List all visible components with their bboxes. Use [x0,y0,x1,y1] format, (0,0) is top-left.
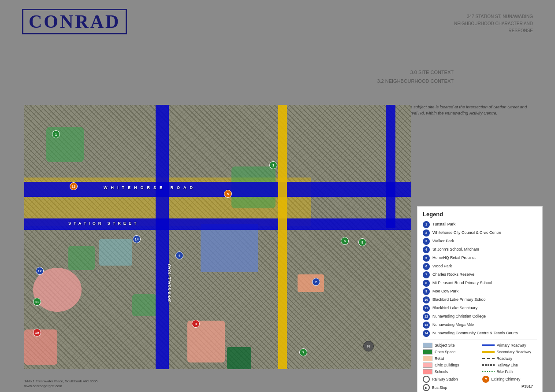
legend-item-7: 7 Charles Rooks Reserve [423,271,537,278]
swatch-secondary-road: Secondary Roadway [482,349,537,355]
marker-14: 14 [133,235,141,243]
legend-num-icon: 3 [423,238,430,245]
legend-num-icon: 9 [423,288,430,295]
marker-3: 3 [269,161,277,169]
section-label-2: 3.2 NEIGHBOURHOOD CONTEXT [377,77,454,86]
marker-11: 11 [33,298,41,306]
legend-item-label: Nunawading Community Centre & Tennis Cou… [432,331,518,336]
civic-swatch [423,362,432,368]
swatch-open-space: Open Space [423,349,478,355]
marker-2: 2 [312,278,320,286]
footer: 1/No.1 Freshwater Place, Southbank VIC 3… [24,379,533,388]
footer-website: www.conradgargett.com [24,384,97,388]
swatch-railway: Railway Line [482,362,537,368]
marker-4: 4 [175,251,183,259]
railway-swatch [482,364,495,366]
open-space-swatch [423,349,432,355]
swatch-subject-site: Subject Site [423,343,478,348]
swatch-retail: Retail [423,356,478,361]
section-labels: 3.0 SITE CONTEXT 3.2 NEIGHBOURHOOD CONTE… [377,68,454,86]
green-zone-3 [132,294,156,316]
legend-panel: Legend 1 Tunstall Park 2 Whitehorse City… [417,206,543,392]
description-text: The subject site is located at the inter… [405,104,533,117]
legend-numbered-items: 1 Tunstall Park 2 Whitehorse City Counci… [423,221,537,337]
legend-num-icon: 5 [423,255,430,262]
retail-swatch [423,356,432,361]
map-container: WHITEHORSE ROAD STATION STREET SPRINGSAL… [24,105,411,369]
swatch-bike-path: Bike Path [482,369,537,374]
primary-road-swatch [482,344,495,347]
legend-item-label: Tunstall Park [432,222,455,227]
footer-address: 1/No.1 Freshwater Place, Southbank VIC 3… [24,379,97,384]
legend-item-8: 8 Mt Pleasant Road Primary School [423,280,537,287]
legend-item-label: Walker Park [432,239,454,244]
legend-num-icon: 12 [423,313,430,320]
legend-item-label: Charles Rooks Reserve [432,272,474,277]
marker-6: 6 [341,237,349,245]
retail-zone [99,239,132,266]
legend-num-icon: 8 [423,280,430,287]
legend-num-icon: 4 [423,246,430,253]
swatch-civic: Civic Buildings [423,362,478,368]
bike-path-swatch [482,371,495,372]
swatch-schools: Schools [423,369,478,374]
legend-divider [423,340,537,340]
marker-1: 1 [52,130,60,138]
legend-title: Legend [423,211,537,218]
marker-5: 5 [224,190,232,198]
title-line1: 347 STATION ST, NUNAWADING [454,13,533,20]
vertical-road-2 [386,105,395,228]
marker-10: 10 [33,329,41,337]
marker-9: 9 [358,238,366,246]
yellow-vertical-road [278,105,287,369]
legend-item-3: 3 Walker Park [423,238,537,245]
title-line2: NEIGHBOURHOOD CHARACTER AND [454,20,533,27]
legend-item-9: 9 Moo Cow Park [423,288,537,295]
legend-num-icon: 14 [423,330,430,337]
marker-7: 7 [299,348,307,356]
green-zone-2 [68,246,95,270]
whitehorse-road [24,182,411,197]
swatch-roadway: Roadway [482,356,537,361]
legend-item-label: Nunawading Christian College [432,314,486,319]
legend-item-2: 2 Whitehorse City Council & Civic Centre [423,229,537,237]
green-zone-tunstall [46,127,84,162]
whitehorse-road-label: WHITEHORSE ROAD [104,185,196,190]
subject-site-swatch [423,343,432,348]
section-label-1: 3.0 SITE CONTEXT [377,68,454,77]
title-block: 347 STATION ST, NUNAWADING NEIGHBOURHOOD… [454,13,533,34]
legend-num-icon: 7 [423,271,430,278]
schools-swatch [423,369,432,374]
legend-item-1: 1 Tunstall Park [423,221,537,228]
legend-item-12: 12 Nunawading Christian College [423,313,537,320]
legend-item-14: 14 Nunawading Community Centre & Tennis … [423,330,537,337]
springsale-road-label: SPRINGSALE ROAD [167,264,171,303]
title-line3: RESPONSE [454,27,533,34]
legend-item-label: Blackbird Lake Primary School [432,297,487,303]
legend-item-label: Blackbird Lake Sanctuary [432,306,477,311]
marker-12: 12 [36,267,44,275]
legend-item-label: Nunawading Mega Mile [432,322,474,328]
legend-item-4: 4 St John's School, Mitcham [423,246,537,253]
legend-item-label: Wood Park [432,264,452,269]
project-number: P3517 [521,384,533,388]
green-zone-dark [227,347,251,369]
secondary-road-swatch [482,351,495,353]
pink-zone-2 [298,274,324,292]
legend-item-label: Moo Cow Park [432,289,458,294]
legend-item-13: 13 Nunawading Mega Mile [423,322,537,329]
marker-8: 8 [192,320,200,328]
legend-item-label: Whitehorse City Council & Civic Centre [432,230,501,236]
legend-item-label: St John's School, Mitcham [432,247,479,252]
compass: N [363,341,374,351]
header: CONRAD 347 STATION ST, NUNAWADING NEIGHB… [22,9,533,34]
legend-num-icon: 1 [423,221,430,228]
footer-left: 1/No.1 Freshwater Place, Southbank VIC 3… [24,379,97,388]
legend-num-icon: 6 [423,263,430,270]
roadway-swatch [482,358,495,359]
legend-num-icon: 2 [423,229,430,237]
legend-item-label: HomeHQ Retail Precinct [432,255,476,261]
marker-13: 13 [70,182,78,190]
legend-num-icon: 11 [423,305,430,312]
subject-site-zone [201,224,258,272]
